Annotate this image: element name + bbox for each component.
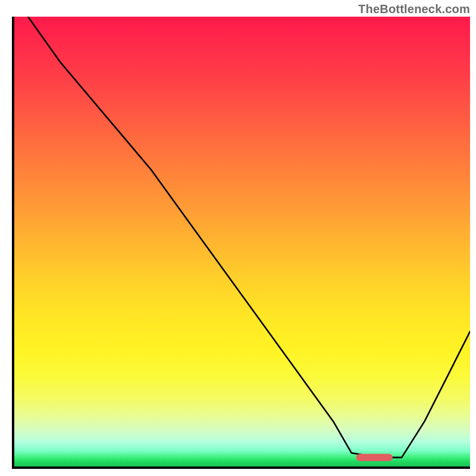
plot-area [12,17,470,469]
bottleneck-curve [28,17,470,458]
chart-container: TheBottleneck.com [0,0,476,476]
watermark-text: TheBottleneck.com [358,2,470,16]
optimal-range-marker [356,454,393,461]
chart-overlay [14,17,470,466]
